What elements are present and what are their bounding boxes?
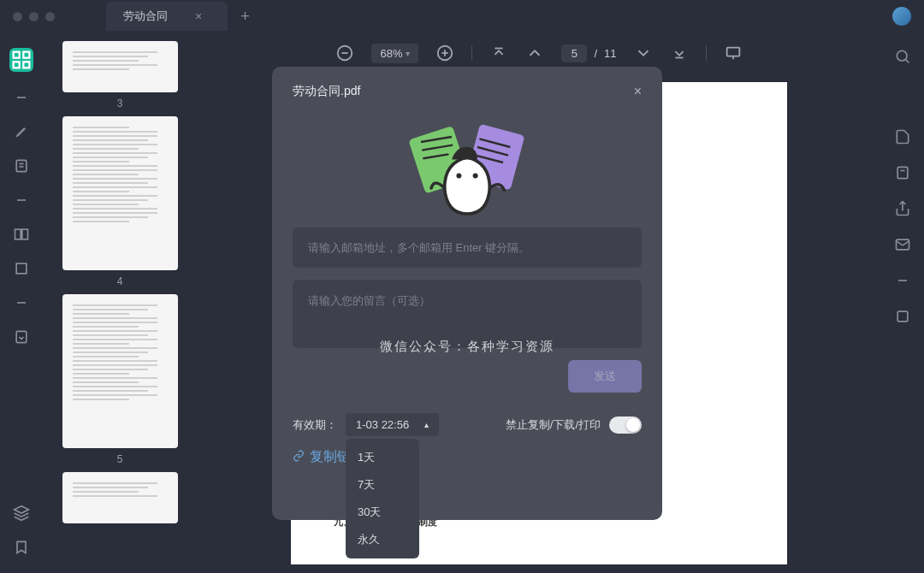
right-rail xyxy=(881,32,924,573)
svg-rect-9 xyxy=(15,229,21,239)
dash-icon xyxy=(13,89,30,106)
prev-page-button[interactable] xyxy=(525,44,544,62)
thumb-label: 4 xyxy=(117,275,123,287)
maximize-window[interactable] xyxy=(45,12,55,21)
left-rail-bottom xyxy=(13,505,30,556)
share-modal: 劳动合同.pdf × 微信公众号：各种学习资源 发送 有效期： 1-03 22: xyxy=(272,67,662,520)
dash-icon-r xyxy=(894,272,911,289)
page-current-input[interactable]: 5 xyxy=(561,44,587,62)
svg-point-24 xyxy=(897,50,907,61)
crop-icon[interactable] xyxy=(13,260,30,277)
left-rail xyxy=(0,32,43,573)
svg-rect-11 xyxy=(16,263,27,274)
more-icon[interactable] xyxy=(894,308,911,325)
highlighter-icon[interactable] xyxy=(13,123,30,140)
thumb-label: 3 xyxy=(117,97,123,109)
tabs: 劳动合同 × + xyxy=(106,2,250,31)
expiry-dropdown: 1天 7天 30天 永久 xyxy=(346,439,419,558)
window-controls xyxy=(13,12,55,21)
svg-marker-14 xyxy=(15,506,29,513)
compare-icon[interactable] xyxy=(13,226,30,243)
zoom-out-button[interactable] xyxy=(335,44,354,62)
presentation-icon[interactable] xyxy=(724,44,743,62)
dash-icon-3 xyxy=(13,294,30,311)
svg-rect-31 xyxy=(897,311,908,322)
dropdown-item[interactable]: 7天 xyxy=(346,471,419,499)
modal-close-button[interactable]: × xyxy=(634,84,642,99)
file-icon[interactable] xyxy=(894,128,911,145)
svg-rect-2 xyxy=(14,62,20,68)
tab-title: 劳动合同 xyxy=(123,9,168,24)
thumbnails-icon[interactable] xyxy=(9,48,33,72)
tab-document[interactable]: 劳动合同 × xyxy=(106,2,228,31)
thumb-label: 5 xyxy=(117,453,123,465)
tab-add-button[interactable]: + xyxy=(240,8,250,26)
dropdown-item[interactable]: 30天 xyxy=(346,499,419,526)
thumbnail-panel: 3 4 5 xyxy=(43,32,197,573)
svg-rect-22 xyxy=(726,48,739,56)
svg-point-41 xyxy=(473,174,478,179)
chevron-up-icon: ▴ xyxy=(424,420,429,429)
svg-rect-26 xyxy=(897,167,908,178)
convert-icon[interactable] xyxy=(13,328,30,346)
note-icon[interactable] xyxy=(13,157,30,174)
share-icon[interactable] xyxy=(894,200,911,217)
modal-title: 劳动合同.pdf xyxy=(293,84,360,99)
thumb-3[interactable]: 3 xyxy=(51,41,188,109)
search-icon[interactable] xyxy=(894,48,911,65)
svg-line-25 xyxy=(905,59,909,62)
restrict-label: 禁止复制/下载/打印 xyxy=(506,417,601,433)
next-page-button[interactable] xyxy=(634,44,653,62)
svg-point-40 xyxy=(456,174,461,179)
modal-illustration xyxy=(293,116,642,219)
send-button[interactable]: 发送 xyxy=(568,360,642,393)
thumb-5[interactable]: 5 xyxy=(51,294,188,465)
text-icon[interactable] xyxy=(894,164,911,181)
restrict-toggle[interactable] xyxy=(609,416,642,434)
email-input[interactable] xyxy=(293,227,642,268)
close-window[interactable] xyxy=(13,12,22,21)
svg-rect-13 xyxy=(16,331,27,342)
svg-rect-3 xyxy=(23,62,29,68)
svg-rect-0 xyxy=(14,52,20,58)
layers-icon[interactable] xyxy=(13,505,30,522)
last-page-button[interactable] xyxy=(670,44,689,62)
avatar[interactable] xyxy=(892,7,911,26)
expiry-label: 有效期： xyxy=(293,417,337,433)
svg-rect-10 xyxy=(22,229,28,239)
expiry-control: 有效期： 1-03 22:56 ▴ 1天 7天 30天 永久 xyxy=(293,413,439,436)
zoom-in-button[interactable] xyxy=(435,44,454,62)
restrict-control: 禁止复制/下载/打印 xyxy=(506,416,642,434)
dash-icon-2 xyxy=(13,192,30,209)
mail-icon[interactable] xyxy=(894,236,911,253)
svg-rect-1 xyxy=(23,52,29,58)
expiry-dropdown-trigger[interactable]: 1-03 22:56 ▴ xyxy=(346,413,439,436)
page-total: 11 xyxy=(604,47,616,60)
modal-header: 劳动合同.pdf × xyxy=(293,84,642,99)
dropdown-item[interactable]: 1天 xyxy=(346,444,419,471)
minimize-window[interactable] xyxy=(29,12,38,21)
first-page-button[interactable] xyxy=(489,44,508,62)
page-indicator: 5 / 11 xyxy=(561,44,616,62)
bookmark-icon[interactable] xyxy=(13,539,30,556)
thumb-6[interactable] xyxy=(51,472,188,523)
options-row: 有效期： 1-03 22:56 ▴ 1天 7天 30天 永久 禁止复制/下载/打… xyxy=(293,413,642,436)
dropdown-item[interactable]: 永久 xyxy=(346,526,419,553)
titlebar: 劳动合同 × + xyxy=(0,0,924,32)
tab-close-icon[interactable]: × xyxy=(195,9,202,23)
message-textarea[interactable] xyxy=(293,280,642,348)
link-icon xyxy=(293,450,305,465)
thumb-4[interactable]: 4 xyxy=(51,116,188,287)
zoom-level[interactable]: 68%▾ xyxy=(371,44,418,63)
chevron-down-icon: ▾ xyxy=(406,49,410,58)
